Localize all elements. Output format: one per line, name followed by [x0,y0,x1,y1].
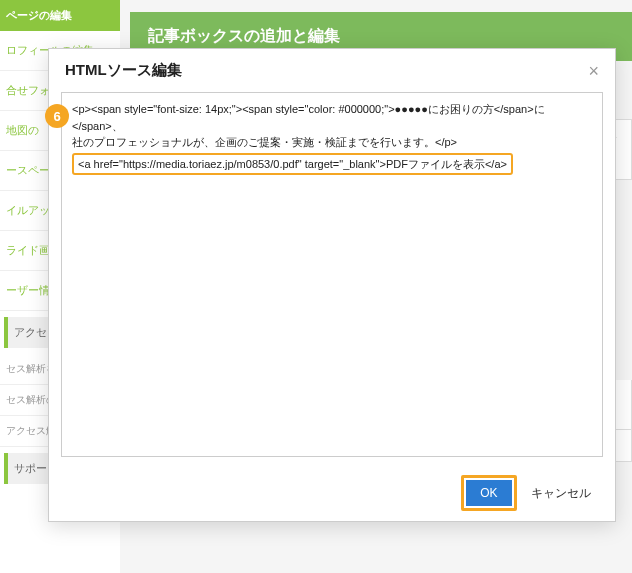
step-badge-6: 6 [45,104,69,128]
source-line-1a: <p><span style="font-size: 14px;"><span … [72,103,545,132]
close-icon[interactable]: × [588,62,599,80]
ok-button[interactable]: OK [466,480,511,506]
source-line-1b: 社のプロフェッショナルが、企画のご提案・実施・検証までを行います。</p> [72,136,457,148]
cancel-button[interactable]: キャンセル [521,479,601,508]
modal-footer: OK キャンセル [49,465,615,521]
modal-header: HTMLソース編集 × [49,49,615,92]
modal-overlay: HTMLソース編集 × 6 <p><span style="font-size:… [0,0,632,573]
modal-title: HTMLソース編集 [65,61,182,80]
html-source-textarea[interactable]: <p><span style="font-size: 14px;"><span … [61,92,603,457]
html-source-modal: HTMLソース編集 × 6 <p><span style="font-size:… [48,48,616,522]
modal-body: 6 <p><span style="font-size: 14px;"><spa… [49,92,615,465]
ok-highlight: OK [461,475,516,511]
source-line-2-highlight: <a href="https://media.toriaez.jp/m0853/… [72,153,513,176]
